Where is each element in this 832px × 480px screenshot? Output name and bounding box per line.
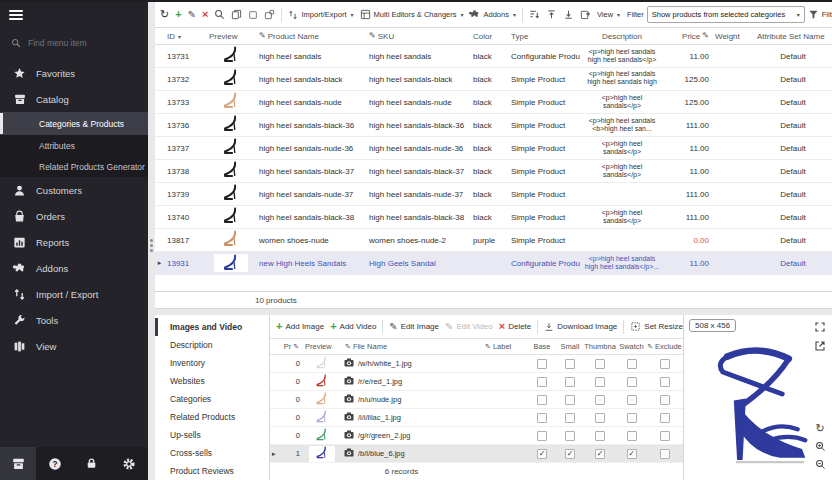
table-row[interactable]: 13740high heel sandals-black-38high heel… — [155, 206, 832, 229]
help-button[interactable]: ? — [46, 455, 64, 473]
exclude-checkbox[interactable] — [660, 431, 670, 441]
column-header-attribute-set-name[interactable]: Attribute Set Name — [754, 32, 832, 41]
add-image-button[interactable]: +Add Image — [273, 319, 327, 334]
base-checkbox[interactable] — [537, 431, 547, 441]
zoom-out-button[interactable] — [813, 457, 827, 471]
swatch-checkbox[interactable]: ✓ — [627, 449, 637, 459]
image-row[interactable]: ▸1/b/l/blue_6.jpg✓✓✓✓ — [270, 445, 683, 463]
table-row[interactable]: 13817women shoes-nudewomen shoes-nude-2p… — [155, 229, 832, 252]
sidebar-item-categories-products[interactable]: Categories & Products — [0, 112, 148, 135]
delete-product-button[interactable]: × — [199, 7, 211, 22]
sidebar-item-tools[interactable]: Tools — [0, 307, 148, 333]
image-row[interactable]: 0/l/i/lilac_1.jpg — [270, 409, 683, 427]
swatch-checkbox[interactable] — [627, 431, 637, 441]
filter-select[interactable]: Show products from selected categories ▾ — [647, 6, 805, 23]
exclude-checkbox[interactable] — [660, 449, 670, 459]
base-checkbox[interactable]: ✓ — [537, 449, 547, 459]
sidebar-item-view[interactable]: View — [0, 333, 148, 359]
sidebar-item-customers[interactable]: Customers — [0, 177, 148, 203]
copy-button[interactable] — [228, 7, 245, 22]
tab-product-reviews[interactable]: Product Reviews — [155, 462, 269, 480]
sort-columns-button[interactable] — [526, 7, 543, 22]
tab-images-and-video[interactable]: Images and Video — [155, 318, 269, 336]
tab-cross-sells[interactable]: Cross-sells — [155, 444, 269, 462]
sidebar-search-input[interactable]: Find menu item — [0, 31, 148, 55]
table-row[interactable]: 13732high heel sandals-blackhigh heel sa… — [155, 68, 832, 91]
edit-image-button[interactable]: ✎Edit Image — [386, 320, 442, 334]
menu-toggle-icon[interactable] — [9, 8, 23, 22]
refresh-button[interactable]: ↻ — [157, 7, 172, 22]
delete-image-button[interactable]: ×Delete — [496, 319, 535, 334]
column-header-type[interactable]: Type — [508, 32, 580, 41]
column-header-sku[interactable]: ✎SKU — [366, 32, 470, 41]
select-cells-button[interactable] — [245, 8, 261, 22]
move-down-button[interactable] — [560, 7, 577, 22]
table-row[interactable]: 13738high heel sandals-black-37high heel… — [155, 160, 832, 183]
column-header-pr[interactable]: Pr✎ — [278, 342, 302, 351]
sidebar-item-orders[interactable]: Orders — [0, 203, 148, 229]
column-header-color[interactable]: Color — [470, 32, 508, 41]
base-checkbox[interactable] — [537, 377, 547, 387]
settings-button[interactable] — [120, 455, 138, 473]
thumbnail-checkbox[interactable] — [595, 377, 605, 387]
column-header-thumbna[interactable]: Thumbna — [584, 342, 616, 351]
thumbnail-checkbox[interactable] — [595, 431, 605, 441]
column-header-preview[interactable]: Preview — [302, 342, 342, 351]
small-checkbox[interactable] — [565, 359, 575, 369]
swatch-checkbox[interactable] — [627, 377, 637, 387]
export-grid-button[interactable] — [577, 7, 594, 22]
exclude-checkbox[interactable] — [660, 377, 670, 387]
tab-description[interactable]: Description — [155, 336, 269, 354]
image-row[interactable]: 0/n/u/nude.jpg — [270, 391, 683, 409]
import-export-menu[interactable]: Import/Export▾ — [285, 8, 356, 22]
zoom-in-button[interactable] — [813, 439, 827, 453]
sidebar-item-addons[interactable]: Addons — [0, 255, 148, 281]
column-header-exclude[interactable]: ✎Exclude — [647, 342, 682, 351]
image-row[interactable]: 0/g/r/green_2.jpg — [270, 427, 683, 445]
small-checkbox[interactable] — [565, 377, 575, 387]
base-checkbox[interactable] — [537, 395, 547, 405]
duplicate-button[interactable] — [261, 7, 278, 22]
catalog-footer-button[interactable] — [0, 447, 36, 480]
sidebar-item-reports[interactable]: Reports — [0, 229, 148, 255]
sidebar-item-catalog[interactable]: Catalog — [0, 86, 148, 112]
lock-button[interactable] — [83, 455, 101, 473]
filters-menu[interactable]: Filters▾ — [805, 7, 832, 22]
column-header-file-name[interactable]: ✎File Name — [342, 342, 482, 351]
column-header-product-name[interactable]: ✎Product Name — [256, 32, 366, 41]
download-image-button[interactable]: Download Image — [541, 320, 620, 334]
small-checkbox[interactable] — [565, 395, 575, 405]
open-in-new-button[interactable] — [813, 339, 827, 353]
small-checkbox[interactable] — [565, 431, 575, 441]
column-header-label[interactable]: ✎Label — [482, 342, 528, 351]
base-checkbox[interactable] — [537, 359, 547, 369]
column-header-preview[interactable]: Preview — [206, 32, 256, 41]
column-header-weight[interactable]: Weight — [712, 32, 754, 41]
column-header-small[interactable]: Small — [556, 342, 584, 351]
rotate-button[interactable]: ↻ — [813, 421, 827, 435]
sidebar-item-favorites[interactable]: Favorites — [0, 60, 148, 86]
image-row[interactable]: 0/w/h/white_1.jpg — [270, 355, 683, 373]
sidebar-item-related-products-generator[interactable]: Related Products Generator — [0, 156, 148, 177]
sidebar-item-import-export[interactable]: Import / Export — [0, 281, 148, 307]
column-header-description[interactable]: Description — [580, 32, 664, 41]
swatch-checkbox[interactable] — [627, 413, 637, 423]
swatch-checkbox[interactable] — [627, 395, 637, 405]
view-menu[interactable]: View▾ — [594, 8, 623, 21]
thumbnail-checkbox[interactable] — [595, 395, 605, 405]
tab-related-products[interactable]: Related Products — [155, 408, 269, 426]
thumbnail-checkbox[interactable] — [595, 359, 605, 369]
table-row[interactable]: 13739high heel sandals-nude-37high heel … — [155, 183, 832, 206]
swatch-checkbox[interactable] — [627, 359, 637, 369]
table-row[interactable]: 13733high heel sandals-nudehigh heel san… — [155, 91, 832, 114]
multi-editors-menu[interactable]: Multi Editors & Changers▾ — [357, 7, 467, 22]
base-checkbox[interactable] — [537, 413, 547, 423]
table-row[interactable]: 13731high heel sandalshigh heel sandalsb… — [155, 45, 832, 68]
tab-up-sells[interactable]: Up-sells — [155, 426, 269, 444]
exclude-checkbox[interactable] — [660, 413, 670, 423]
column-header-swatch[interactable]: Swatch — [616, 342, 647, 351]
exclude-checkbox[interactable] — [660, 395, 670, 405]
addons-menu[interactable]: Addons▾ — [466, 7, 518, 22]
column-header-base[interactable]: Base — [528, 342, 556, 351]
exclude-checkbox[interactable] — [660, 359, 670, 369]
